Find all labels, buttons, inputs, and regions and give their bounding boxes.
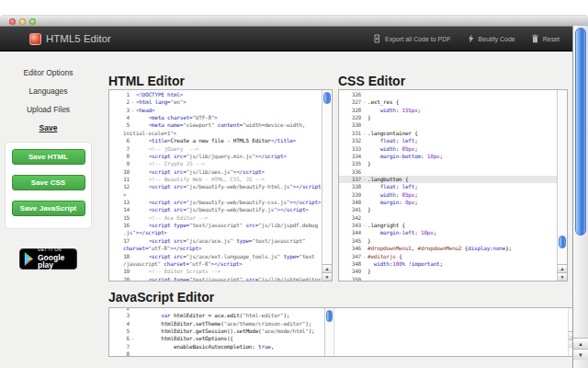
javascript-editor[interactable]: 23 var htmlEditor = ace.edit("html-edito… (108, 307, 579, 357)
css-scrollbar-thumb[interactable] (559, 236, 566, 248)
scroll-down-button[interactable]: ▼ (322, 272, 332, 281)
code-line[interactable]: 331-.langcontainer { (339, 130, 557, 137)
scroll-up-button[interactable]: ▲ (558, 264, 567, 272)
scroll-down-button[interactable]: ▼ (573, 349, 588, 360)
code-line[interactable]: 333 width: 85px; (339, 145, 557, 153)
code-line[interactable]: 326 (339, 91, 557, 98)
scroll-down-button[interactable]: ▼ (558, 272, 567, 281)
window-zoom-button[interactable] (29, 18, 36, 25)
js-editor-scrollbar[interactable] (324, 308, 334, 356)
css-editor-code[interactable]: 326327-.ext_res {328 width: 155px;329}33… (339, 91, 557, 281)
fold-marker[interactable]: - (361, 222, 368, 229)
code-line[interactable]: 329} (339, 114, 557, 121)
code-line[interactable]: 342 (339, 214, 557, 222)
code-line[interactable]: 15 <!-- Ace Editor --> (109, 214, 322, 222)
code-line[interactable]: 348 width:100% !important; (339, 260, 557, 268)
fold-marker[interactable]: - (361, 176, 368, 183)
save-css-button[interactable]: Save CSS (12, 175, 85, 190)
code-line[interactable]: 345} (339, 237, 557, 245)
fold-marker[interactable]: - (361, 130, 368, 137)
code-line[interactable]: 16 <script type="text/javascript" src="j… (109, 222, 322, 229)
page-scrollbar-thumb[interactable] (575, 28, 586, 236)
code-line[interactable]: 341} (339, 206, 557, 213)
html-scrollbar-thumb[interactable] (323, 92, 331, 104)
html-editor-scrollbar[interactable]: ▲ ▼ (322, 90, 332, 281)
code-line[interactable]: 7 <!-- jQuery --> (109, 145, 322, 153)
code-line[interactable]: 14 <script src="js/beautify-web/beautify… (109, 206, 322, 213)
code-line[interactable]: 335} (339, 160, 557, 167)
code-line[interactable]: 337-.langbutton { (339, 176, 557, 183)
code-line[interactable]: 9 <!-- Crypto JS --> (109, 160, 322, 167)
code-line[interactable]: 330 (339, 121, 557, 129)
code-line[interactable]: > (109, 191, 322, 199)
code-line[interactable]: 10 <script src="js/lib/aes.js"></script> (109, 168, 322, 176)
code-line[interactable]: 3 var htmlEditor = ace.edit("html-editor… (109, 312, 324, 319)
code-line[interactable]: 8 <script src="js/lib/jquery.min.js"></s… (109, 153, 322, 160)
code-line[interactable]: 20 <script type="text/javascript" src="j… (109, 276, 322, 281)
google-play-badge[interactable]: GET IT ON Google play (19, 248, 77, 270)
js-scrollbar-thumb[interactable] (326, 310, 333, 322)
scroll-up-button[interactable]: ▲ (573, 338, 588, 349)
fold-marker[interactable]: - (130, 335, 136, 342)
code-text: <meta charset="UTF-8"> (136, 114, 322, 121)
window-close-button[interactable] (9, 18, 16, 25)
code-line[interactable]: 339 width: 85px; (339, 191, 557, 199)
code-line[interactable]: 12 <script src="js/beautify-web/beautify… (109, 183, 322, 190)
code-line[interactable]: charset="utf-8"></script> (109, 245, 322, 252)
fold-spacer (361, 245, 368, 252)
code-line[interactable]: 5 <meta name="viewport" content="width=d… (109, 121, 322, 129)
code-line[interactable]: 8 (109, 351, 324, 356)
code-line[interactable]: 6- htmlEditor.setOptions({ (109, 335, 324, 342)
code-line[interactable]: 13 <script src="js/beautify-web/beautify… (109, 199, 322, 206)
code-line[interactable]: 19 <!-- Editor Scripts --> (109, 268, 322, 275)
page-scrollbar[interactable]: ▲ ▼ (572, 26, 588, 368)
code-line[interactable]: 6 <title>Create a new file - HTML5 Edito… (109, 137, 322, 144)
code-line[interactable]: 336 (339, 168, 557, 176)
code-line[interactable]: 349} (339, 268, 557, 275)
code-line[interactable]: 17 <script src="js/ace/ace.js" type="tex… (109, 237, 322, 245)
beautify-code-button[interactable]: Beutify Code (467, 34, 515, 43)
code-line[interactable]: initial-scale=1"> (109, 130, 322, 137)
html-editor-code[interactable]: 1<!DOCTYPE html>2-<html lang="en">3-<hea… (109, 91, 322, 281)
code-line[interactable]: 18 <script src="js/ace/ext-language_tool… (109, 253, 322, 260)
code-line[interactable]: 343-.langright { (339, 222, 557, 229)
js-editor-code[interactable]: 23 var htmlEditor = ace.edit("html-edito… (109, 307, 324, 356)
code-line[interactable]: 347-#editorjs { (339, 253, 557, 260)
fold-marker[interactable]: - (361, 253, 368, 260)
css-editor[interactable]: 326327-.ext_res {328 width: 155px;329}33… (338, 89, 568, 282)
window-minimize-button[interactable] (19, 18, 26, 25)
code-line[interactable]: 4 htmlEditor.setTheme("ace/theme/crimson… (109, 320, 324, 328)
code-line[interactable]: 328 width: 155px; (339, 107, 557, 114)
code-line[interactable]: 346#dropdownMenu1, #dropdownMenu2 {displ… (339, 245, 557, 252)
code-line[interactable]: 5 htmlEditor.getSession().setMode("ace/m… (109, 328, 324, 335)
sidebar-item-editor-options[interactable]: Editor Options (0, 63, 96, 82)
fold-marker[interactable]: - (130, 98, 136, 106)
code-line[interactable]: 334 margin-bottom: 10px; (339, 153, 557, 160)
code-line[interactable]: 2-<html lang="en"> (109, 98, 322, 106)
scroll-up-button[interactable]: ▲ (322, 264, 332, 272)
code-line[interactable]: 7 enableBasicAutocompletion: true, (109, 343, 324, 351)
save-javascript-button[interactable]: Save JavaScript (12, 201, 85, 216)
export-pdf-button[interactable]: Export all Code to PDF (372, 34, 451, 43)
code-line[interactable]: .js"></script> (109, 229, 322, 236)
code-line[interactable]: 4 <meta charset="UTF-8"> (109, 114, 322, 121)
sidebar-item-languages[interactable]: Languages (0, 82, 96, 100)
reset-button[interactable]: Reset (531, 34, 560, 43)
code-line[interactable]: 332 float: left; (339, 137, 557, 144)
code-line[interactable]: 11 <!-- Beautify Web - HTML, CSS, JS --> (109, 176, 322, 183)
code-line[interactable]: 338 float: left; (339, 183, 557, 190)
fold-marker[interactable]: - (361, 98, 368, 106)
code-line[interactable]: 350 (339, 276, 557, 281)
sidebar-item-save[interactable]: Save (0, 119, 96, 137)
sidebar-item-upload-files[interactable]: Upload Files (0, 100, 96, 119)
html-editor[interactable]: 1<!DOCTYPE html>2-<html lang="en">3-<hea… (108, 89, 333, 282)
css-editor-scrollbar[interactable]: ▲ ▼ (557, 90, 567, 281)
save-html-button[interactable]: Save HTML (12, 149, 85, 165)
code-line[interactable]: 340 margin: 0px; (339, 199, 557, 206)
code-line[interactable]: 3-<head> (109, 107, 322, 114)
code-line[interactable]: 344 margin-left: 10px; (339, 229, 557, 236)
code-line[interactable]: 1<!DOCTYPE html> (109, 91, 322, 98)
fold-marker[interactable]: - (130, 107, 136, 114)
code-line[interactable]: /javascript" charset="utf-8"></script> (109, 260, 322, 268)
code-line[interactable]: 327-.ext_res { (339, 98, 557, 106)
